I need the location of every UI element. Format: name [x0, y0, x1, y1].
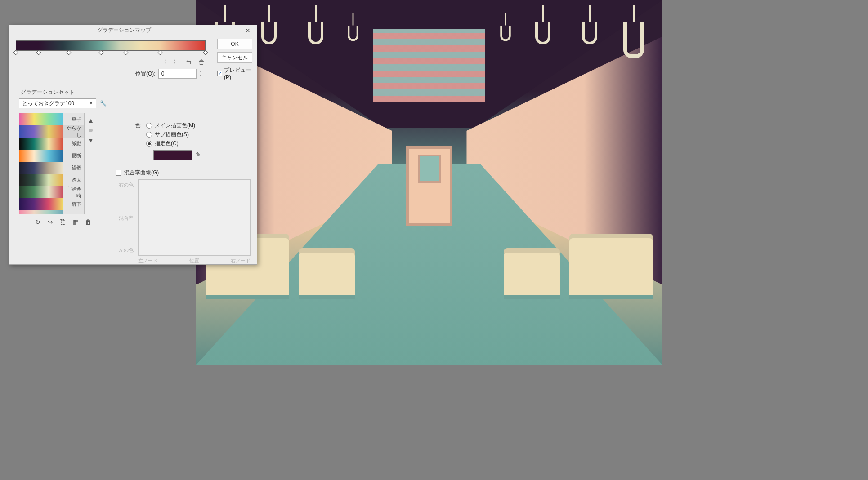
art-door — [406, 146, 453, 227]
checkbox-icon[interactable] — [217, 71, 222, 76]
gradient-list-item[interactable]: 菓子 — [19, 113, 84, 125]
move-down-icon[interactable]: ▼ — [88, 137, 94, 144]
dialog-title: グラデーションマップ — [9, 27, 239, 34]
art-ad — [373, 29, 485, 102]
preview-label: プレビュー(P) — [224, 67, 252, 80]
gradient-markers[interactable] — [16, 51, 206, 56]
next-node-icon[interactable]: 〉 — [172, 58, 180, 66]
gradient-stop-marker[interactable] — [98, 50, 103, 55]
art-handle — [261, 22, 277, 44]
art-seat — [504, 248, 559, 299]
radio-main-label: メイン描画色(M) — [155, 122, 195, 129]
art-handle — [623, 22, 644, 58]
gradient-swatch — [19, 210, 63, 214]
canvas-preview — [196, 0, 662, 365]
art-handle — [535, 22, 550, 44]
color-well[interactable] — [153, 150, 192, 160]
color-section-label: 色: — [126, 122, 142, 129]
position-input[interactable]: 0 — [158, 69, 197, 79]
prev-node-icon[interactable]: 〈 — [160, 58, 168, 66]
gradient-item-name: やらかし — [63, 125, 84, 138]
gradient-list-item[interactable]: 桃感 — [19, 210, 84, 214]
preview-checkbox-row[interactable]: プレビュー(P) — [217, 67, 252, 80]
gradient-list-item[interactable]: やらかし — [19, 125, 84, 138]
scroll-indicator-icon — [89, 129, 93, 132]
gradient-bar[interactable] — [16, 40, 206, 51]
gradient-swatch — [19, 186, 63, 198]
position-stepper-icon[interactable]: 〉 — [199, 70, 206, 78]
gradient-list-item[interactable]: 誘因 — [19, 174, 84, 186]
gradient-stop-marker[interactable] — [203, 50, 208, 55]
gradient-stop-marker[interactable] — [123, 50, 128, 55]
gradient-swatch — [19, 162, 63, 174]
art-seat — [299, 248, 354, 299]
close-icon[interactable]: ✕ — [239, 25, 257, 36]
select-value: とっておきグラデ100 — [22, 100, 74, 107]
curve-label-left-node: 左ノード — [138, 258, 158, 264]
art-handle — [582, 22, 597, 44]
cancel-button[interactable]: キャンセル — [217, 52, 252, 63]
gradient-list-item[interactable]: 脈動 — [19, 138, 84, 150]
curve-label-right-node: 右ノード — [231, 258, 251, 264]
gradient-item-name: 脈動 — [63, 138, 84, 150]
gradient-list-item[interactable]: 望郷 — [19, 162, 84, 174]
radio-specified-color[interactable] — [146, 141, 152, 147]
duplicate-icon[interactable]: ⿻ — [59, 218, 67, 226]
gradient-swatch — [19, 174, 63, 186]
flip-icon[interactable]: ⇆ — [185, 58, 193, 66]
gradient-item-name: 望郷 — [63, 162, 84, 174]
move-up-icon[interactable]: ▲ — [88, 117, 94, 124]
radio-sub-color[interactable] — [146, 132, 152, 138]
position-label: 位置(O): — [135, 70, 156, 78]
curve-label-position: 位置 — [189, 258, 199, 264]
art-handle — [308, 22, 323, 44]
eyedropper-icon[interactable]: ✎ — [196, 151, 204, 159]
curve-label-right-color: 右の色 — [119, 182, 134, 188]
gradient-list[interactable]: 菓子やらかし脈動夏断望郷誘因宇治金時落下桃感 — [19, 113, 85, 214]
gradient-item-name: 落下 — [63, 198, 84, 210]
add-icon[interactable]: ▦ — [72, 218, 80, 226]
gradient-swatch — [19, 125, 63, 138]
art-handle — [348, 25, 358, 41]
gradient-list-item[interactable]: 夏断 — [19, 150, 84, 162]
mix-curve-label: 混合率曲線(G) — [124, 169, 159, 177]
gradient-swatch — [19, 150, 63, 162]
gradient-item-name: 誘因 — [63, 174, 84, 186]
fieldset-label: グラデーションセット — [19, 89, 76, 96]
gradient-stop-marker[interactable] — [36, 50, 41, 55]
gradient-stop-marker[interactable] — [13, 50, 18, 55]
delete-icon[interactable]: 🗑 — [84, 218, 92, 226]
gradient-stop-marker[interactable] — [66, 50, 71, 55]
checkbox-icon[interactable] — [116, 170, 121, 176]
gradient-map-dialog: グラデーションマップ ✕ OK キャンセル プレビュー(P) 〈 〉 ⇆ 🗑 位… — [9, 25, 257, 265]
titlebar[interactable]: グラデーションマップ ✕ — [9, 25, 257, 36]
import-icon[interactable]: ↻ — [34, 218, 42, 226]
radio-specified-label: 指定色(C) — [155, 140, 179, 147]
trash-icon[interactable]: 🗑 — [197, 58, 206, 66]
ok-button[interactable]: OK — [217, 39, 252, 49]
curve-label-mix-rate: 混合率 — [119, 215, 134, 222]
gradient-list-item[interactable]: 落下 — [19, 198, 84, 210]
gradient-set-fieldset: グラデーションセット とっておきグラデ100 ▼ 🔧 菓子やらかし脈動夏断望郷誘… — [16, 92, 110, 229]
wrench-icon[interactable]: 🔧 — [99, 99, 107, 107]
mix-curve-checkbox-row[interactable]: 混合率曲線(G) — [116, 169, 251, 177]
art-handle — [500, 25, 511, 41]
gradient-list-item[interactable]: 宇治金時 — [19, 186, 84, 198]
gradient-item-name: 桃感 — [63, 210, 84, 214]
gradient-item-name: 宇治金時 — [63, 186, 84, 198]
gradient-swatch — [19, 138, 63, 150]
art-seat — [569, 234, 653, 299]
chevron-down-icon: ▼ — [89, 101, 93, 106]
gradient-swatch — [19, 198, 63, 210]
gradient-swatch — [19, 113, 63, 125]
gradient-item-name: 菓子 — [63, 113, 84, 125]
gradient-item-name: 夏断 — [63, 150, 84, 162]
export-icon[interactable]: ↪ — [46, 218, 54, 226]
gradient-set-select[interactable]: とっておきグラデ100 ▼ — [19, 98, 96, 108]
curve-label-left-color: 左の色 — [119, 247, 134, 253]
gradient-stop-marker[interactable] — [157, 50, 162, 55]
radio-sub-label: サブ描画色(S) — [155, 131, 189, 138]
mix-curve-graph: 右の色 混合率 左の色 — [138, 179, 251, 256]
radio-main-color[interactable] — [146, 123, 152, 129]
